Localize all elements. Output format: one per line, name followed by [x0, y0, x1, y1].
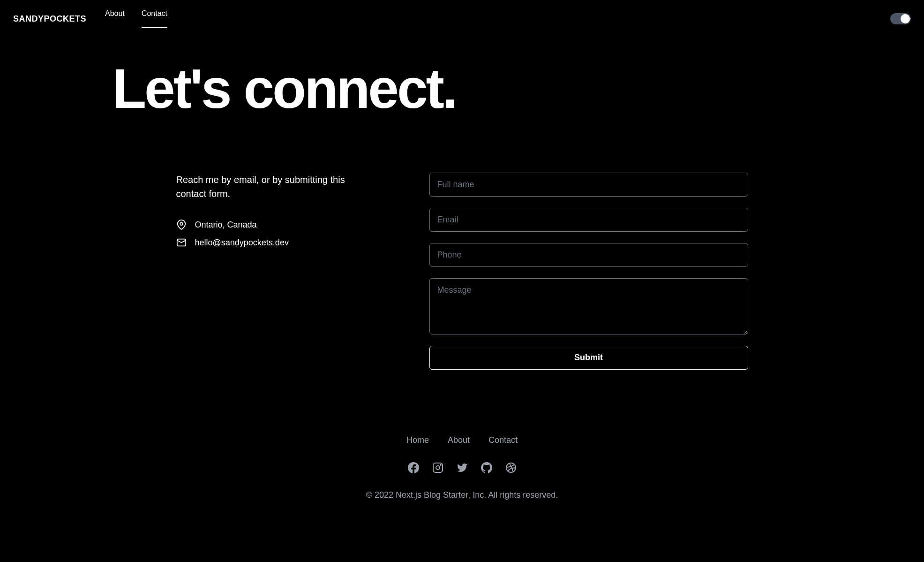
facebook-icon[interactable] — [408, 462, 419, 473]
location-icon — [176, 220, 187, 230]
footer: Home About Contact © 2022 Next.js Blog S… — [0, 435, 924, 528]
nav-links: About Contact — [105, 9, 167, 28]
footer-link-home[interactable]: Home — [406, 435, 429, 445]
social-icons — [0, 462, 924, 473]
contact-info: Reach me by email, or by submitting this… — [176, 173, 373, 370]
instagram-icon[interactable] — [432, 462, 443, 473]
mail-icon — [176, 237, 187, 248]
svg-point-4 — [440, 464, 441, 465]
location-text: Ontario, Canada — [195, 220, 257, 230]
phone-input[interactable] — [429, 243, 748, 267]
nav-left: SANDYPOCKETS About Contact — [13, 9, 167, 28]
main-content: Reach me by email, or by submitting this… — [158, 173, 767, 370]
twitter-icon[interactable] — [457, 462, 468, 473]
theme-toggle[interactable] — [890, 13, 911, 24]
email-text: hello@sandypockets.dev — [195, 238, 289, 248]
toggle-knob — [901, 14, 910, 23]
nav-contact[interactable]: Contact — [142, 9, 167, 28]
contact-location: Ontario, Canada — [176, 220, 373, 230]
submit-button[interactable]: Submit — [429, 346, 748, 370]
hero-section: Let's connect. — [0, 38, 924, 173]
footer-nav: Home About Contact — [0, 435, 924, 445]
footer-link-contact[interactable]: Contact — [488, 435, 518, 445]
svg-point-3 — [436, 466, 440, 470]
dribbble-icon[interactable] — [505, 462, 517, 473]
fullname-input[interactable] — [429, 173, 748, 197]
email-input[interactable] — [429, 208, 748, 232]
svg-point-0 — [180, 222, 183, 225]
copyright: © 2022 Next.js Blog Starter, Inc. All ri… — [0, 490, 924, 500]
footer-link-about[interactable]: About — [448, 435, 470, 445]
contact-form: Submit — [429, 173, 748, 370]
header: SANDYPOCKETS About Contact — [0, 0, 924, 38]
nav-about[interactable]: About — [105, 9, 125, 28]
page-title: Let's connect. — [113, 61, 924, 116]
contact-email: hello@sandypockets.dev — [176, 237, 373, 248]
github-icon[interactable] — [481, 462, 492, 473]
contact-intro: Reach me by email, or by submitting this… — [176, 173, 373, 201]
message-input[interactable] — [429, 278, 748, 334]
brand-logo[interactable]: SANDYPOCKETS — [13, 14, 86, 24]
